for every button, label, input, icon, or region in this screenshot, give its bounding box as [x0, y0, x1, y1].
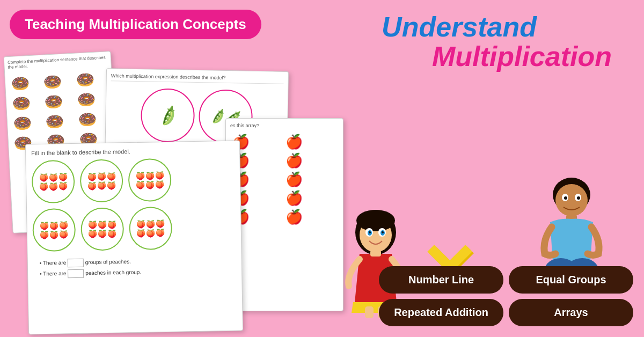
svg-point-17 [577, 196, 580, 200]
card3-instruction: Fill in the blank to describe the model. [31, 146, 234, 157]
svg-point-8 [382, 231, 384, 233]
btn-number-line[interactable]: Number Line [379, 266, 503, 294]
card4-instruction: es this array? [230, 123, 339, 128]
bullet-1: • There are groups of peaches. [40, 256, 236, 268]
peach-group-1: 🍑🍑 🍑🍑 🍑🍑 [31, 160, 75, 203]
pod-circle-1: 🫛 [141, 88, 195, 143]
peach-group-3: 🍑🍑 🍑🍑 🍑🍑 [128, 158, 171, 202]
svg-point-7 [369, 231, 371, 233]
btn-repeated-addition[interactable]: Repeated Addition [379, 299, 503, 326]
boy-character [531, 171, 612, 278]
card2-instruction: Which multiplication expression describe… [111, 73, 284, 84]
worksheet-card-4: es this array? 🍎🍎 🍎🍎 🍎🍎 🍎🍎 🍎🍎 [225, 118, 343, 311]
header-banner-text: Teaching Multiplication Concepts [25, 16, 246, 32]
peach-group-5: 🍑🍑 🍑🍑 🍑🍑 [80, 207, 124, 251]
title-understand: Understand [382, 11, 537, 43]
header-banner: Teaching Multiplication Concepts [10, 10, 261, 39]
svg-point-13 [555, 184, 588, 216]
peach-group-4: 🍑🍑 🍑🍑 🍑🍑 [32, 208, 76, 252]
peach-group-2: 🍑🍑 🍑🍑 🍑🍑 [79, 159, 123, 202]
svg-point-2 [356, 210, 395, 231]
svg-rect-10 [365, 306, 374, 318]
svg-point-16 [564, 196, 567, 200]
title-multiplication: Multiplication [432, 40, 612, 72]
svg-rect-9 [370, 250, 381, 257]
card1-instruction: Complete the multiplication sentence tha… [8, 55, 108, 70]
bullet-2: • There are peaches in each group. [40, 267, 236, 279]
btn-equal-groups[interactable]: Equal Groups [509, 266, 633, 294]
peach-group-6: 🍑🍑 🍑🍑 🍑🍑 [129, 207, 172, 250]
btn-arrays[interactable]: Arrays [509, 299, 633, 326]
concept-buttons: Number Line Equal Groups Repeated Additi… [379, 266, 633, 326]
worksheet-card-3: Fill in the blank to describe the model.… [25, 141, 243, 335]
